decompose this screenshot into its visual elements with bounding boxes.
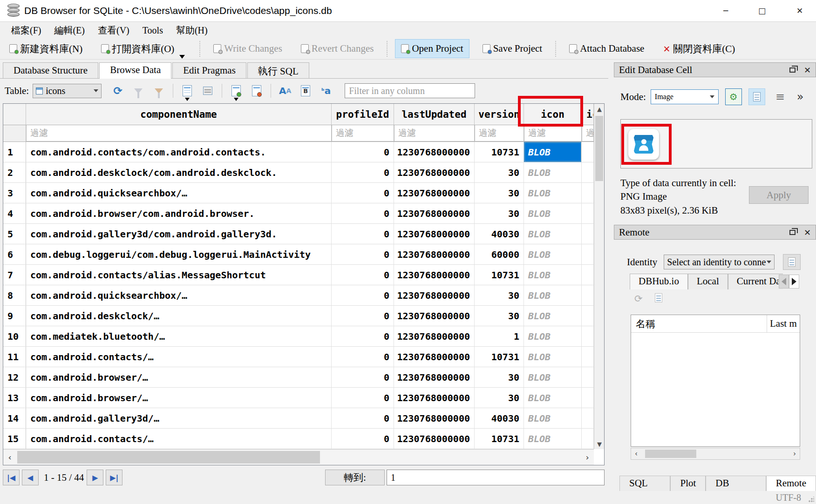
row-number[interactable]: 13 bbox=[3, 388, 26, 408]
cell-version[interactable]: 30 bbox=[475, 388, 524, 408]
maximize-button[interactable]: □ bbox=[748, 0, 776, 21]
cell-profileId[interactable]: 0 bbox=[332, 326, 394, 346]
insert-record-icon[interactable] bbox=[229, 84, 243, 98]
scroll-down-icon[interactable]: ▼ bbox=[594, 439, 605, 449]
font-settings-icon[interactable]: AA bbox=[278, 84, 292, 98]
row-number[interactable]: 3 bbox=[3, 183, 26, 203]
filter-input-partial[interactable]: 過濾 bbox=[582, 125, 594, 141]
cell-version[interactable]: 30 bbox=[475, 285, 524, 305]
vertical-scrollbar[interactable]: ▲ ▼ bbox=[594, 104, 604, 449]
filter-input-version[interactable]: 過濾 bbox=[475, 125, 524, 141]
cell-version[interactable]: 60000 bbox=[475, 244, 524, 264]
cell-componentName[interactable]: com.android.contacts/… bbox=[26, 429, 332, 449]
scroll-thumb[interactable] bbox=[645, 450, 696, 458]
close-panel-icon[interactable]: ✕ bbox=[804, 65, 811, 75]
cell-partial[interactable] bbox=[582, 224, 594, 244]
encoding-indicator[interactable]: UTF-8 bbox=[776, 492, 801, 503]
next-page-button[interactable]: ▶ bbox=[87, 470, 103, 485]
dock-tab[interactable]: Remote bbox=[766, 476, 816, 491]
cell-version[interactable]: 30 bbox=[475, 183, 524, 203]
main-tab[interactable]: Database Structure bbox=[3, 62, 98, 79]
cell-lastUpdated[interactable]: 1230768000000 bbox=[394, 306, 475, 326]
cell-icon-blob[interactable]: BLOB bbox=[524, 162, 582, 182]
cell-componentName[interactable]: com.android.gallery3d/… bbox=[26, 408, 332, 428]
cell-version[interactable]: 30 bbox=[475, 162, 524, 182]
filter-any-column-input[interactable] bbox=[345, 83, 475, 98]
previous-page-button[interactable]: ◀ bbox=[22, 470, 39, 485]
save-project-button[interactable]: Save Project bbox=[477, 40, 548, 58]
row-number[interactable]: 9 bbox=[3, 306, 26, 326]
format-document-icon[interactable]: B bbox=[299, 84, 313, 98]
cell-partial[interactable] bbox=[582, 429, 594, 449]
cell-profileId[interactable]: 0 bbox=[332, 285, 394, 305]
cell-icon-blob[interactable]: BLOB bbox=[524, 142, 582, 162]
cell-version[interactable]: 30 bbox=[475, 367, 524, 387]
cell-componentName[interactable]: com.android.browser/com.android.browser. bbox=[26, 203, 332, 223]
cell-componentName[interactable]: com.debug.loggerui/com.debug.loggerui.Ma… bbox=[26, 244, 332, 264]
new-database-button[interactable]: 新建資料庫(N) bbox=[4, 39, 88, 59]
menu-item[interactable]: 幫助(H) bbox=[170, 23, 214, 38]
apply-button[interactable]: Apply bbox=[749, 186, 809, 204]
last-page-button[interactable]: ▶| bbox=[106, 470, 122, 485]
cell-lastUpdated[interactable]: 1230768000000 bbox=[394, 265, 475, 285]
remote-clone-icon[interactable] bbox=[655, 293, 662, 305]
remote-list-scrollbar[interactable]: ‹ › bbox=[631, 448, 800, 460]
scroll-left-icon[interactable]: ‹ bbox=[3, 450, 16, 465]
cell-profileId[interactable]: 0 bbox=[332, 244, 394, 264]
revert-changes-button[interactable]: Revert Changes bbox=[295, 40, 380, 58]
cell-componentName[interactable]: com.android.gallery3d/com.android.galler… bbox=[26, 224, 332, 244]
horizontal-scroll-thumb[interactable] bbox=[17, 451, 320, 464]
remote-refresh-icon[interactable]: ⟳ bbox=[634, 293, 643, 305]
cell-lastUpdated[interactable]: 1230768000000 bbox=[394, 183, 475, 203]
cell-version[interactable]: 10731 bbox=[475, 265, 524, 285]
import-certificate-button[interactable] bbox=[783, 254, 801, 270]
remote-list-column-modified[interactable]: Last m bbox=[767, 315, 800, 332]
remote-list-column-name[interactable]: 名稱 bbox=[631, 315, 767, 332]
row-number[interactable]: 7 bbox=[3, 265, 26, 285]
cell-partial[interactable] bbox=[582, 326, 594, 346]
cell-version[interactable]: 10731 bbox=[475, 142, 524, 162]
cell-profileId[interactable]: 0 bbox=[332, 183, 394, 203]
table-select[interactable]: icons bbox=[33, 84, 102, 98]
cell-componentName[interactable]: com.android.quicksearchbox/… bbox=[26, 285, 332, 305]
filter-input-icon[interactable]: 過濾 bbox=[524, 125, 582, 141]
cell-lastUpdated[interactable]: 1230768000000 bbox=[394, 224, 475, 244]
float-panel-icon[interactable] bbox=[789, 67, 796, 73]
row-number[interactable]: 15 bbox=[3, 429, 26, 449]
filter-input-profileId[interactable]: 過濾 bbox=[332, 125, 394, 141]
row-number[interactable]: 6 bbox=[3, 244, 26, 264]
float-panel-icon[interactable] bbox=[789, 230, 796, 235]
cell-componentName[interactable]: com.android.contacts/alias.MessageShortc… bbox=[26, 265, 332, 285]
cell-profileId[interactable]: 0 bbox=[332, 388, 394, 408]
cell-lastUpdated[interactable]: 1230768000000 bbox=[394, 142, 475, 162]
resize-grip[interactable] bbox=[809, 497, 814, 502]
refresh-table-icon[interactable]: ⟳ bbox=[111, 84, 125, 98]
cell-icon-blob[interactable]: BLOB bbox=[524, 306, 582, 326]
goto-button[interactable]: 轉到: bbox=[325, 470, 385, 485]
cell-icon-blob[interactable]: BLOB bbox=[524, 429, 582, 449]
write-changes-button[interactable]: Write Changes bbox=[208, 40, 288, 58]
cell-version[interactable]: 10731 bbox=[475, 347, 524, 367]
cell-profileId[interactable]: 0 bbox=[332, 203, 394, 223]
main-tab[interactable]: Edit Pragmas bbox=[172, 62, 246, 79]
close-button[interactable]: ✕ bbox=[785, 0, 814, 21]
cell-partial[interactable] bbox=[582, 388, 594, 408]
cell-lastUpdated[interactable]: 1230768000000 bbox=[394, 347, 475, 367]
cell-lastUpdated[interactable]: 1230768000000 bbox=[394, 429, 475, 449]
cell-partial[interactable] bbox=[582, 408, 594, 428]
row-number[interactable]: 4 bbox=[3, 203, 26, 223]
remote-tab[interactable]: DBHub.io bbox=[630, 274, 688, 289]
cell-version[interactable]: 30 bbox=[475, 306, 524, 326]
cell-profileId[interactable]: 0 bbox=[332, 142, 394, 162]
main-tab[interactable]: Browse Data bbox=[99, 62, 171, 79]
minimize-button[interactable]: ─ bbox=[711, 0, 740, 21]
cell-componentName[interactable]: com.android.contacts/com.android.contact… bbox=[26, 142, 332, 162]
row-number[interactable]: 12 bbox=[3, 367, 26, 387]
cell-partial[interactable] bbox=[582, 142, 594, 162]
column-header-componentName[interactable]: componentName bbox=[26, 104, 332, 125]
more-tools-icon[interactable]: » bbox=[797, 90, 804, 103]
cell-profileId[interactable]: 0 bbox=[332, 408, 394, 428]
cell-profileId[interactable]: 0 bbox=[332, 306, 394, 326]
open-database-button[interactable]: 打開資料庫(O) bbox=[95, 39, 180, 59]
cell-profileId[interactable]: 0 bbox=[332, 429, 394, 449]
